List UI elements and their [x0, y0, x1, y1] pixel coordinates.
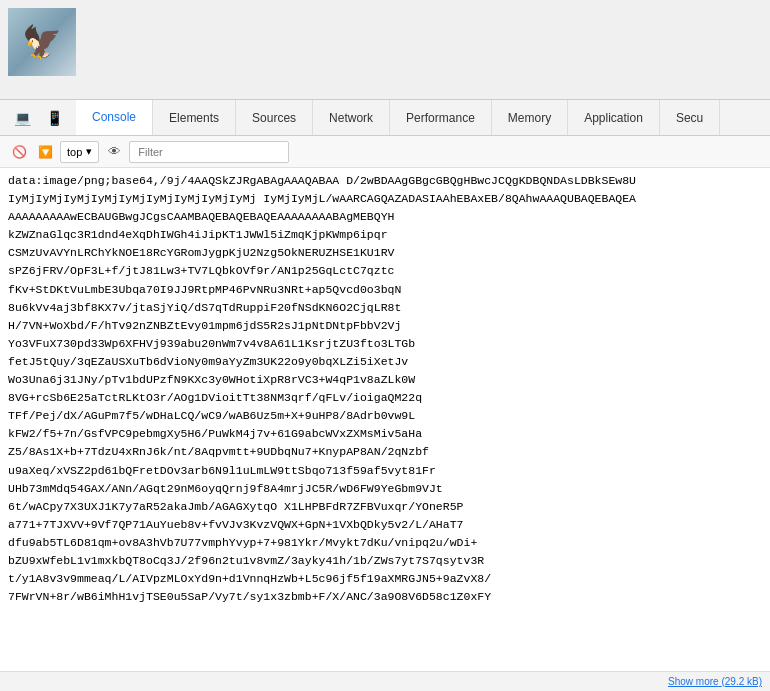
- tab-memory[interactable]: Memory: [492, 100, 568, 135]
- console-line: t/y1A8v3v9mmeaq/L/AIVpzMLOxYd9n+d1VnnqHz…: [0, 570, 770, 588]
- console-line: kZWZnaGlqc3R1dnd4eXqDhIWGh4iJipKT1JWWl5i…: [0, 226, 770, 244]
- filter-button[interactable]: 🔽: [34, 141, 56, 163]
- console-toolbar: 🚫 🔽 top ▾ 👁: [0, 136, 770, 168]
- console-line: 7FWrVN+8r/wB6iMhH1vjTSE0u5SaP/Vy7t/sy1x3…: [0, 588, 770, 606]
- console-line: data:image/png;base64,/9j/4AAQSkZJRgABAg…: [0, 172, 770, 190]
- status-bar: Show more (29.2 kB): [0, 671, 770, 691]
- tab-security[interactable]: Secu: [660, 100, 720, 135]
- clear-console-button[interactable]: 🚫: [8, 141, 30, 163]
- avatar: 🦅: [8, 8, 76, 76]
- console-line: Z5/8As1X+b+7TdzU4xRnJ6k/nt/8Aqpvmtt+9UDb…: [0, 443, 770, 461]
- tab-sources[interactable]: Sources: [236, 100, 313, 135]
- console-line: dfu9ab5TL6D81qm+ov8A3hVb7U77vmphYvyp+7+9…: [0, 534, 770, 552]
- console-line: IyMjIyMjIyMjIyMjIyMjIyMjIyMjIyMjIyMj IyM…: [0, 190, 770, 208]
- console-line: Wo3Una6j31JNy/pTv1bdUPzfN9KXc3y0WHotiXpR…: [0, 371, 770, 389]
- tab-network[interactable]: Network: [313, 100, 390, 135]
- filter-input[interactable]: [129, 141, 289, 163]
- console-line: sPZ6jFRV/OpF3L+f/jtJ81Lw3+TV7LQbkOVf9r/A…: [0, 262, 770, 280]
- eye-icon[interactable]: 👁: [103, 141, 125, 163]
- console-line: u9aXeq/xVSZ2pd61bQFretDOv3arb6N9l1uLmLW9…: [0, 462, 770, 480]
- show-more-link[interactable]: Show more (29.2 kB): [668, 676, 762, 687]
- console-line: 8u6kVv4aj3bf8KX7v/jtaSjYiQ/dS7qTdRuppiF2…: [0, 299, 770, 317]
- tab-elements[interactable]: Elements: [153, 100, 236, 135]
- console-line: a771+7TJXVV+9Vf7QP71AuYueb8v+fvVJv3KvzVQ…: [0, 516, 770, 534]
- top-label: top: [67, 146, 82, 158]
- console-line: TFf/Pej/dX/AGuPm7f5/wDHaLCQ/wC9/wAB6Uz5m…: [0, 407, 770, 425]
- chevron-down-icon: ▾: [86, 145, 92, 158]
- console-line: Yo3VFuX730pd33Wp6XFHVj939abu20nWm7v4v8A6…: [0, 335, 770, 353]
- execution-context-selector[interactable]: top ▾: [60, 141, 99, 163]
- console-line: CSMzUvAVYnLRChYkNOE18RcYGRomJygpKjU2Nzg5…: [0, 244, 770, 262]
- console-line: bZU9xWfebL1v1mxkbQT8oCq3J/2f96n2tu1v8vmZ…: [0, 552, 770, 570]
- console-line: AAAAAAAAAwECBAUGBwgJCgsCAAMBAQEBAQEBAQEA…: [0, 208, 770, 226]
- mobile-icon[interactable]: 📱: [40, 104, 68, 132]
- tab-icons: 💻 📱: [0, 100, 76, 135]
- devtools-tabs: 💻 📱 Console Elements Sources Network Per…: [0, 100, 770, 136]
- console-line: fKv+StDKtVuLmbE3Ubqa70I9JJ9RtpMP46PvNRu3…: [0, 281, 770, 299]
- avatar-image: 🦅: [8, 8, 76, 76]
- tab-application[interactable]: Application: [568, 100, 660, 135]
- console-output[interactable]: data:image/png;base64,/9j/4AAQSkZJRgABAg…: [0, 168, 770, 671]
- tab-console[interactable]: Console: [76, 100, 153, 136]
- console-line: 6t/wACpy7X3UXJ1K7y7aR52akaJmb/AGAGXytqO …: [0, 498, 770, 516]
- console-line: H/7VN+WoXbd/F/hTv92nZNBZtEvy01mpm6jdS5R2…: [0, 317, 770, 335]
- console-line: kFW2/f5+7n/GsfVPC9pebmgXy5H6/PuWkM4j7v+6…: [0, 425, 770, 443]
- console-line: fetJ5tQuy/3qEZaUSXuTb6dVioNy0m9aYyZm3UK2…: [0, 353, 770, 371]
- inspect-icon[interactable]: 💻: [8, 104, 36, 132]
- tab-performance[interactable]: Performance: [390, 100, 492, 135]
- console-line: UHb73mMdq54GAX/ANn/AGqt29nM6oyqQrnj9f8A4…: [0, 480, 770, 498]
- top-area: 🦅: [0, 0, 770, 100]
- console-line: 8VG+rcSb6E25aTctRLKtO3r/AOg1DVioitTt38NM…: [0, 389, 770, 407]
